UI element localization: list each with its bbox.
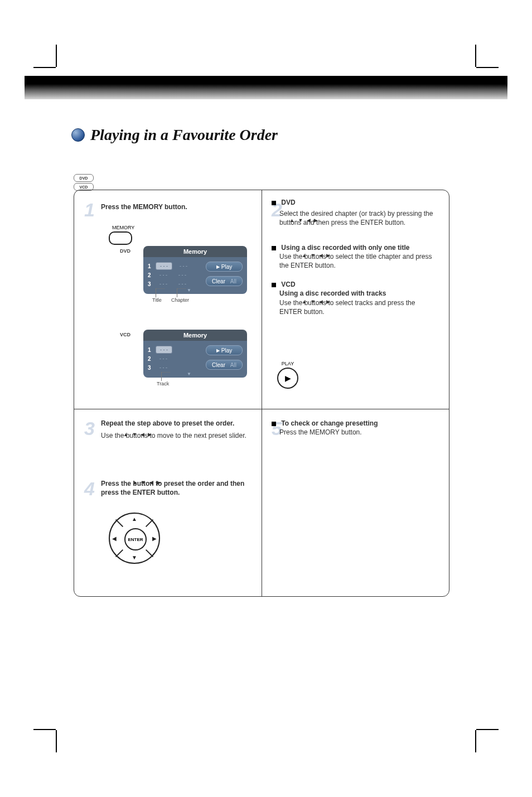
arrow-icons: ▲ ▼ ◀ ▶ (302, 252, 331, 259)
step2-dvd-label: DVD (281, 199, 295, 206)
step2-track-body: Use the buttons to select tracks and pre… (279, 298, 439, 316)
osd-play-btn: ▶Play (206, 262, 243, 272)
header-bar (25, 76, 507, 99)
slot: - - - (175, 281, 190, 287)
scroll-down-icon: ▼ (187, 371, 191, 376)
arrow-icons: ▲ ▼ ◀ ▶ (132, 479, 162, 486)
step-1: 1 Press the MEMORY button. MEMORY Memory… (82, 190, 254, 409)
step-number: 1 (84, 199, 95, 221)
callout-track: Track (157, 381, 169, 387)
osd-dvd-label: DVD (120, 248, 130, 254)
square-bullet-icon (272, 422, 276, 426)
step3-body: Use the buttons to move to the next pres… (101, 431, 252, 440)
step-heading: Press the MEMORY button. (101, 202, 187, 211)
steps-panel: 1 Press the MEMORY button. MEMORY Memory… (74, 190, 449, 597)
step5-note-body: Press the MEMORY button. (279, 428, 439, 437)
step2-heading: Select the desired chapter (or track) by… (279, 209, 439, 227)
square-bullet-icon (272, 201, 276, 205)
square-bullet-icon (272, 283, 276, 287)
step5-note-heading: To check or change presetting (281, 419, 378, 427)
square-bullet-icon (272, 246, 276, 250)
step-number: 3 (84, 418, 95, 439)
cropmark (476, 729, 499, 730)
slot-active: - - - (156, 346, 172, 354)
slot: - - - (175, 272, 190, 278)
enter-dpad-icon: ENTER ▲ ▼ ◀ ▶ (109, 513, 160, 564)
callout-title: Title (152, 297, 162, 303)
dvd-badge: DVD (74, 174, 94, 182)
step4-heading: Press the button to preset the order and… (101, 479, 252, 497)
cropmark (475, 45, 476, 67)
step-number: 4 (84, 478, 95, 500)
slot: - - - (176, 263, 191, 269)
page-title: Playing in a Favourite Order (90, 126, 278, 144)
cropmark (33, 67, 56, 68)
divider (262, 190, 262, 409)
osd-play-btn: ▶Play (206, 345, 243, 355)
play-circle-icon: ▶ (277, 368, 298, 389)
arrow-icons: ▲ ▼ ◀ ▶ (123, 431, 153, 438)
osd-vcd-label: VCD (120, 332, 130, 337)
osd-body: 1- - - 2- - - 3- - - ▶Play Clear All ▼ (143, 341, 247, 378)
divider (262, 409, 262, 596)
arrow-icons: ▲ ▼ ◀ ▶ (302, 298, 331, 305)
step2-vcd-label: VCD (281, 281, 295, 288)
step2-track-line: Using a disc recorded with tracks (279, 289, 439, 298)
cropmark (56, 45, 57, 67)
manual-page: Playing in a Favourite Order DVD VCD 1 P… (0, 0, 532, 797)
osd-clear-btn: Clear All (206, 360, 243, 370)
cropmark (33, 729, 56, 730)
cropmark (56, 730, 57, 752)
osd-title: Memory (143, 246, 247, 257)
osd-memory-vcd: Memory 1- - - 2- - - 3- - - ▶Play Clear … (143, 330, 247, 378)
play-button-illustration: PLAY ▶ (277, 361, 298, 389)
arrow-icons: ▲ ▼ ◀ ▶ (289, 217, 319, 224)
cropmark (475, 730, 476, 752)
step2-only-title-heading: Using a disc recorded with only one titl… (281, 244, 409, 252)
memory-button-icon (109, 231, 132, 245)
cropmark (476, 67, 499, 68)
callout-chapter: Chapter (171, 297, 189, 303)
memory-btn-label: MEMORY (112, 225, 134, 230)
page-title-wrap: Playing in a Favourite Order (71, 126, 278, 144)
step2-only-title-body: Use the buttons to select the title chap… (279, 252, 439, 270)
osd-memory-dvd: Memory 1- - -- - - 2- - -- - - 3- - -- -… (143, 246, 247, 294)
play-label: PLAY (277, 361, 298, 366)
slot: - - - (156, 355, 171, 362)
scroll-down-icon: ▼ (187, 288, 191, 293)
osd-title: Memory (143, 330, 247, 341)
slot: - - - (156, 281, 171, 287)
title-bullet-icon (71, 128, 85, 142)
enter-center: ENTER (124, 528, 147, 550)
slot: - - - (156, 272, 171, 278)
osd-clear-btn: Clear All (206, 276, 243, 286)
slot: - - - (156, 364, 171, 371)
slot-active: - - - (156, 262, 172, 270)
step3-heading: Repeat the step above to preset the orde… (101, 419, 252, 428)
